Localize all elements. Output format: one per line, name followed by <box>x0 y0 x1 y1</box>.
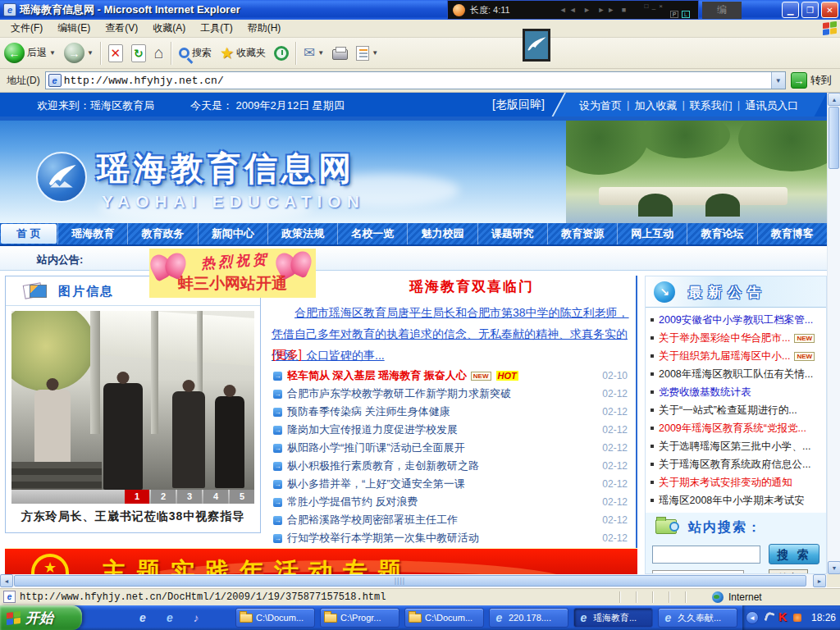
vertical-scrollbar[interactable]: ▲ ▼ <box>827 93 840 574</box>
info-link[interactable]: 设为首页 <box>579 98 622 113</box>
news-link[interactable]: 枞小多措并举，“上好”交通安全第一课 <box>287 477 465 491</box>
back-dropdown-icon[interactable]: ▼ <box>49 49 56 57</box>
taskbar-task-button[interactable]: e瑶海教育... <box>573 608 653 628</box>
info-link[interactable]: 加入收藏 <box>634 98 677 113</box>
close-button[interactable]: ✕ <box>821 2 838 18</box>
nav-tab[interactable]: 新闻中心 <box>198 223 267 244</box>
news-link[interactable]: 隆岗加大宣传报道力度促进学校发展 <box>287 422 458 437</box>
site-search-button[interactable]: 搜 索 <box>769 544 819 564</box>
nav-tab[interactable]: 魅力校园 <box>407 223 477 244</box>
announcement-link[interactable]: 关于“一站式”检查延期进行的... <box>659 404 797 418</box>
announcement-link[interactable]: 关于组织第九届瑶海区中小... <box>659 349 790 363</box>
news-link[interactable]: 行知学校举行本学期第一次集中教研活动 <box>287 531 479 546</box>
news-link[interactable]: 轻车简从 深入基层 瑶海教育 振奋人心 <box>287 368 467 383</box>
tray-misc-icon[interactable] <box>764 611 774 623</box>
back-button[interactable]: ← 后退 ▼ <box>0 39 60 67</box>
nav-tab[interactable]: 课题研究 <box>477 223 547 244</box>
stop-button[interactable]: ✕ <box>104 39 127 67</box>
announcement-link[interactable]: 2009安徽省中小学教职工档案管... <box>659 313 813 327</box>
tray-orange-icon[interactable] <box>793 614 801 622</box>
media-l-button[interactable]: L <box>682 11 690 18</box>
news-link[interactable]: 合肥裕溪路学校周密部署班主任工作 <box>287 513 458 527</box>
search-button[interactable]: 搜索 <box>175 39 216 67</box>
horizontal-scroll-thumb[interactable] <box>14 575 806 587</box>
nav-tab[interactable]: 瑶海教育 <box>57 223 127 244</box>
minimize-button[interactable]: ▁ <box>782 2 799 18</box>
campaign-banner[interactable]: 主题实践年活动专题 <box>5 548 637 574</box>
old-version-link[interactable]: [老版回眸] <box>492 98 545 112</box>
start-button[interactable]: 开始 <box>0 605 82 630</box>
nav-tab[interactable]: 政策法规 <box>267 223 337 244</box>
antivirus-k-icon[interactable]: K <box>778 610 787 623</box>
photo-page-button[interactable]: 2 <box>151 490 176 504</box>
favorites-button[interactable]: ★ 收藏夹 <box>216 39 270 67</box>
taskbar-task-button[interactable]: e久久奉献... <box>658 608 737 628</box>
media-playback-controls[interactable]: ◄◄ ► ►► ■ <box>559 6 628 14</box>
menu-item[interactable]: 查看(V) <box>98 20 145 37</box>
taskbar-task-button[interactable]: C:\Docum... <box>404 608 484 628</box>
refresh-button[interactable]: ↻ <box>127 39 150 67</box>
news-link[interactable]: 合肥市庐东学校教学教研工作新学期力求新突破 <box>287 386 511 401</box>
announcement-link[interactable]: 2008年瑶海区教职工队伍有关情... <box>659 368 813 381</box>
forward-button[interactable]: → ▼ <box>60 39 98 67</box>
announcement-link[interactable]: 瑶海区2008年中小学期末考试安 <box>659 494 805 508</box>
news-link[interactable]: 常胜小学提倡节约 反对浪费 <box>287 495 418 509</box>
site-search-input[interactable] <box>652 546 760 564</box>
forward-dropdown-icon[interactable]: ▼ <box>87 49 94 57</box>
announcement-link[interactable]: 党费收缴基数统计表 <box>659 386 751 399</box>
announcement-link[interactable]: 关于瑶海区教育系统政府信息公... <box>659 458 810 472</box>
nav-tab[interactable]: 教育论坛 <box>687 223 756 244</box>
news-link[interactable]: 枞阳路小学“推门听课”活动已全面展开 <box>287 441 465 455</box>
taskbar-task-button[interactable]: C:\Progr... <box>320 608 399 628</box>
announcement-link[interactable]: 关于选聘瑶海区第三批中小学、... <box>659 440 810 454</box>
address-dropdown-button[interactable]: ▼ <box>771 72 785 89</box>
go-button[interactable]: → 转到 <box>791 72 832 89</box>
announcement-link[interactable]: 关于期末考试安排变动的通知 <box>659 476 792 490</box>
photo-page-button[interactable]: 5 <box>230 490 254 504</box>
vertical-scroll-thumb[interactable] <box>829 107 839 169</box>
photo-caption[interactable]: 方东玲局长、王崴书记莅临38中视察指导 <box>6 509 260 524</box>
congrats-banner[interactable]: 热烈祝贺 蚌三小网站开通 <box>149 249 316 298</box>
nav-tab[interactable]: 网上互动 <box>617 223 687 244</box>
menu-item[interactable]: 工具(T) <box>193 20 240 37</box>
mail-dropdown-icon[interactable]: ▼ <box>317 49 324 57</box>
info-link[interactable]: 通讯员入口 <box>745 98 798 113</box>
menu-item[interactable]: 帮助(H) <box>240 20 289 37</box>
mail-button[interactable]: ✉ ▼ <box>299 39 328 67</box>
menu-item[interactable]: 编辑(E) <box>50 20 98 37</box>
quick-launch-ie-icon[interactable]: e <box>135 610 150 625</box>
quick-launch-media-icon[interactable]: ♪ <box>189 610 203 625</box>
scroll-down-button[interactable]: ▼ <box>828 561 840 574</box>
photo-page-button[interactable]: 1 <box>125 490 149 504</box>
scroll-right-button[interactable]: ► <box>813 574 826 587</box>
photo-page-button[interactable]: 3 <box>177 490 202 504</box>
media-p-button[interactable]: P <box>670 11 678 18</box>
scroll-up-button[interactable]: ▲ <box>828 93 840 106</box>
taskbar-task-button[interactable]: C:\Docum... <box>235 608 315 628</box>
news-summary-link[interactable]: 合肥市瑶海区教育局唐平生局长和合肥市第38中学的陈立利老师，凭借自己多年对教育的… <box>272 302 629 366</box>
tray-collapse-icon[interactable]: ◄ <box>746 611 759 624</box>
print-button[interactable] <box>328 39 352 67</box>
photo-page-button[interactable]: 4 <box>203 490 228 504</box>
menu-item[interactable]: 文件(F) <box>3 20 50 37</box>
more-link[interactable]: [更多] <box>272 348 302 363</box>
nav-tab[interactable]: 首 页 <box>1 224 57 244</box>
announcement-link[interactable]: 关于举办墨彩绘中华合肥市... <box>659 331 790 345</box>
history-button[interactable] <box>270 39 293 67</box>
address-input[interactable] <box>64 73 771 88</box>
nav-tab[interactable]: 名校一览 <box>337 223 407 244</box>
media-window-controls[interactable]: □ _ × <box>645 2 664 10</box>
news-link[interactable]: 枞小积极推行素质教育，走创新教研之路 <box>287 459 479 473</box>
media-player-overlay[interactable]: 长度: 4:11 ◄◄ ► ►► ■ □ _ × P L <box>447 0 699 20</box>
scroll-left-button[interactable]: ◄ <box>0 574 13 587</box>
info-link[interactable]: 联系我们 <box>690 98 733 113</box>
nav-tab[interactable]: 教育政务 <box>127 223 197 244</box>
nav-tab[interactable]: 教育博客 <box>757 223 827 244</box>
horizontal-scrollbar[interactable]: ◄ ► <box>0 574 827 587</box>
quick-launch-browser-icon[interactable]: e <box>162 610 177 625</box>
news-headline[interactable]: 瑶海教育双喜临门 <box>316 277 628 296</box>
announcement-link[interactable]: 2009年瑶海区教育系统“党报党... <box>659 422 806 436</box>
menu-item[interactable]: 收藏(A) <box>145 20 193 37</box>
news-photo[interactable] <box>11 311 254 490</box>
edit-dropdown-icon[interactable]: ▼ <box>372 49 378 57</box>
